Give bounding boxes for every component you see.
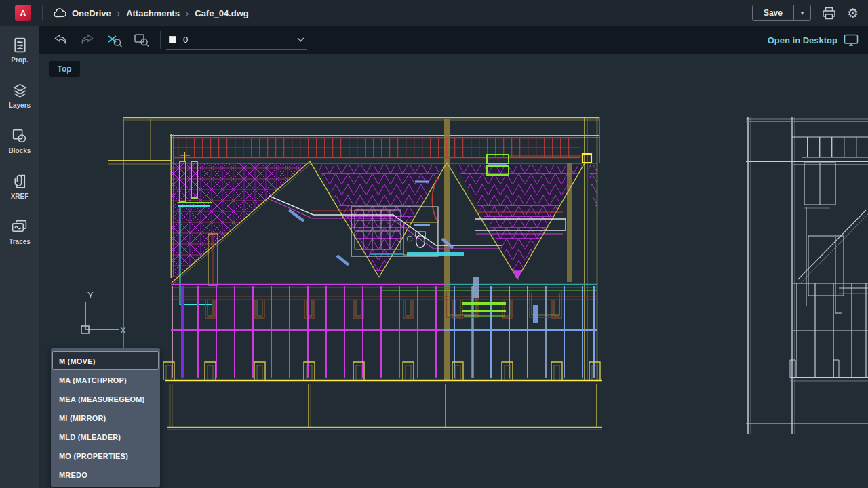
ladder-strip (172, 138, 597, 164)
ucs-y-label: Y (87, 290, 94, 300)
xref-icon (11, 173, 28, 190)
print-button[interactable] (822, 7, 836, 20)
layer-dropdown[interactable]: 0 (166, 30, 307, 50)
sidebar-item-properties[interactable]: Prop. (11, 37, 28, 64)
breadcrumb-separator: › (185, 8, 189, 18)
left-panel-rail: Prop. Layers Blocks (0, 26, 39, 488)
open-in-desktop-button[interactable]: Open in Desktop (768, 26, 859, 54)
sidebar-item-layers[interactable]: Layers (9, 82, 31, 109)
command-item-matchprop[interactable]: MA (MATCHPROP) (52, 370, 159, 389)
topbar-divider (42, 5, 43, 20)
breadcrumb-item-onedrive[interactable]: OneDrive (72, 8, 111, 18)
ucs-x-label: X (120, 325, 126, 336)
gear-icon: ⚙ (847, 7, 859, 20)
undo-icon (52, 33, 68, 47)
sidebar-item-blocks[interactable]: Blocks (9, 127, 31, 155)
breadcrumb-item-attachments[interactable]: Attachments (126, 8, 180, 18)
cloud-icon (53, 8, 66, 18)
topbar-actions: Save ▾ ⚙ (752, 0, 859, 26)
striped-wall (171, 252, 597, 378)
blocks-icon (11, 127, 28, 144)
save-button[interactable]: Save (753, 5, 793, 20)
command-item-move[interactable]: M (MOVE) (52, 351, 159, 370)
command-item-mirror[interactable]: MI (MIRROR) (52, 408, 159, 427)
sidebar-item-label: Prop. (11, 56, 28, 64)
adjacent-drawing (746, 117, 868, 434)
redo-icon (79, 33, 96, 47)
layers-icon (12, 82, 28, 99)
save-options-chevron[interactable]: ▾ (793, 5, 810, 20)
base-frame (163, 362, 602, 430)
sidebar-item-label: Layers (9, 102, 31, 109)
autocad-logo[interactable]: A (15, 5, 31, 21)
sidebar-item-label: Blocks (9, 147, 31, 155)
command-item-properties[interactable]: MO (PROPERTIES) (52, 446, 159, 465)
top-bar: A OneDrive › Attachments › Cafe_04.dwg S… (0, 0, 868, 26)
layer-value: 0 (183, 35, 297, 45)
zoom-to-selection-button[interactable] (103, 29, 126, 51)
layer-color-swatch (169, 36, 176, 43)
breadcrumb-separator: › (117, 8, 121, 18)
monitor-icon (844, 34, 859, 46)
traces-icon (11, 218, 28, 235)
sidebar-item-label: Traces (9, 238, 31, 245)
sidebar-item-xref[interactable]: XREF (11, 173, 29, 200)
breadcrumb: OneDrive › Attachments › Cafe_04.dwg (53, 0, 249, 26)
view-orientation-button[interactable]: Top (49, 61, 80, 77)
breadcrumb-item-filename: Cafe_04.dwg (195, 8, 248, 18)
properties-icon (12, 37, 28, 54)
command-item-measuregeom[interactable]: MEA (MEASUREGEOM) (52, 389, 159, 408)
hatch-regions (172, 163, 597, 282)
command-suggestions-popup: M (MOVE) MA (MATCHPROP) MEA (MEASUREGEOM… (51, 348, 160, 487)
sidebar-item-traces[interactable]: Traces (9, 218, 31, 245)
chevron-down-icon (297, 37, 304, 42)
drawing-viewport[interactable]: Y X Top (39, 54, 868, 488)
ucs-icon: Y X (81, 290, 126, 336)
cad-drawing: Y X (39, 54, 868, 488)
zoom-window-button[interactable] (130, 29, 153, 51)
redo-button[interactable] (76, 29, 99, 51)
settings-button[interactable]: ⚙ (847, 7, 859, 20)
zoom-selection-icon (106, 32, 123, 48)
undo-button[interactable] (49, 29, 72, 51)
command-item-mleader[interactable]: MLD (MLEADER) (52, 427, 159, 446)
printer-icon (822, 7, 836, 20)
command-item-mredo[interactable]: MREDO (52, 465, 159, 484)
sidebar-item-label: XREF (11, 192, 29, 200)
drawing-toolbar: 0 Open in Desktop (39, 26, 868, 54)
zoom-window-icon (133, 32, 151, 48)
autocad-web-app: A OneDrive › Attachments › Cafe_04.dwg S… (0, 0, 868, 488)
toolbar-divider (160, 31, 161, 49)
save-split-button: Save ▾ (752, 5, 811, 21)
open-in-desktop-label: Open in Desktop (768, 35, 837, 45)
